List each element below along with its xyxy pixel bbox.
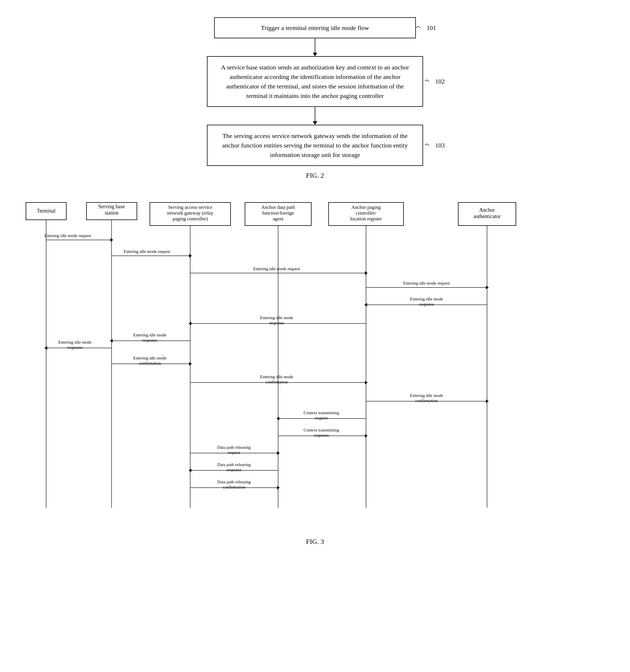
svg-marker-83 xyxy=(277,486,280,489)
svg-text:response: response xyxy=(269,320,284,325)
svg-text:Entering idle mode: Entering idle mode xyxy=(260,375,294,379)
svg-marker-30 xyxy=(189,254,192,258)
svg-text:request: request xyxy=(315,416,328,420)
svg-marker-59 xyxy=(365,381,368,384)
svg-text:response: response xyxy=(314,433,329,437)
svg-text:Entering idle mode: Entering idle mode xyxy=(410,297,443,301)
svg-text:Context transmitting: Context transmitting xyxy=(303,410,339,415)
svg-text:Serving base: Serving base xyxy=(98,203,125,209)
svg-text:paging controller): paging controller) xyxy=(172,216,208,221)
svg-text:Entering idle mode: Entering idle mode xyxy=(260,315,294,320)
arrow-1 xyxy=(313,38,317,56)
svg-text:network gateway (relay: network gateway (relay xyxy=(167,210,214,216)
label-101: 101 xyxy=(415,24,436,32)
flow-box-102-text: A service base station sends an authoriz… xyxy=(221,64,409,99)
curve-102 xyxy=(424,78,435,85)
flow-row-101: Trigger a terminal entering idle mode fl… xyxy=(17,17,613,38)
svg-text:Entering idle mode request: Entering idle mode request xyxy=(253,266,300,271)
svg-text:authenticator: authenticator xyxy=(473,213,500,219)
svg-marker-47 xyxy=(110,339,113,342)
svg-text:location register: location register xyxy=(350,216,382,221)
flow-box-101-text: Trigger a terminal entering idle mode fl… xyxy=(261,24,369,31)
fig2-section: Trigger a terminal entering idle mode fl… xyxy=(17,17,613,191)
svg-text:Entering idle mode: Entering idle mode xyxy=(59,340,92,344)
svg-text:confirmation: confirmation xyxy=(139,361,161,365)
svg-marker-51 xyxy=(44,346,47,350)
svg-text:Entering idle mode request: Entering idle mode request xyxy=(403,281,450,285)
flow-box-101: Trigger a terminal entering idle mode fl… xyxy=(214,17,416,38)
svg-text:response: response xyxy=(419,302,434,307)
fig3-caption: FIG. 3 xyxy=(17,538,613,546)
svg-text:controller/: controller/ xyxy=(356,210,376,216)
svg-marker-39 xyxy=(364,303,367,307)
svg-text:Entering idle mode: Entering idle mode xyxy=(134,333,167,337)
svg-marker-33 xyxy=(365,271,368,275)
svg-text:confirmation: confirmation xyxy=(223,485,245,489)
svg-marker-75 xyxy=(277,451,280,455)
svg-text:Data path releasing: Data path releasing xyxy=(217,445,251,450)
svg-text:Data path releasing: Data path releasing xyxy=(217,480,251,484)
svg-text:Entering idle mode request: Entering idle mode request xyxy=(44,233,91,238)
flow-box-103: The serving access service network gatew… xyxy=(207,125,423,166)
svg-marker-55 xyxy=(189,362,192,365)
svg-text:Terminal: Terminal xyxy=(37,208,55,214)
svg-text:response: response xyxy=(227,467,242,472)
fig2-caption: FIG. 2 xyxy=(306,172,324,179)
seq-diagram-container: Terminal Serving base station Serving ac… xyxy=(17,200,613,532)
svg-text:Anchor: Anchor xyxy=(479,207,495,213)
svg-text:Context transmitting: Context transmitting xyxy=(303,428,339,432)
svg-text:Entering idle mode request: Entering idle mode request xyxy=(124,249,171,254)
svg-text:confirmation: confirmation xyxy=(265,380,288,384)
arrow-2 xyxy=(313,107,317,125)
svg-text:response: response xyxy=(67,345,83,350)
svg-marker-71 xyxy=(365,434,368,437)
seq-diagram-svg: Terminal Serving base station Serving ac… xyxy=(17,200,613,531)
svg-text:Anchor data path: Anchor data path xyxy=(261,205,295,210)
label-103: 103 xyxy=(424,142,445,149)
flow-row-103: The serving access service network gatew… xyxy=(17,125,613,166)
svg-text:confirmation: confirmation xyxy=(415,398,438,403)
svg-text:Anchor paging: Anchor paging xyxy=(351,205,381,210)
curve-103 xyxy=(424,142,435,149)
svg-marker-36 xyxy=(486,286,489,289)
svg-text:function/foreign: function/foreign xyxy=(262,210,294,216)
svg-marker-67 xyxy=(276,417,279,420)
svg-text:request: request xyxy=(228,450,240,455)
svg-text:Data path releasing: Data path releasing xyxy=(217,462,251,467)
svg-marker-43 xyxy=(188,322,191,325)
flow-box-102: A service base station sends an authoriz… xyxy=(207,56,423,107)
flow-box-103-text: The serving access service network gatew… xyxy=(222,132,408,159)
fig3-section: Terminal Serving base station Serving ac… xyxy=(17,200,613,546)
flowchart: Trigger a terminal entering idle mode fl… xyxy=(17,17,613,166)
svg-marker-63 xyxy=(486,400,489,403)
curve-101 xyxy=(415,24,426,31)
svg-text:Entering idle mode: Entering idle mode xyxy=(134,356,167,360)
label-102: 102 xyxy=(424,78,445,85)
svg-text:Entering idle mode: Entering idle mode xyxy=(410,393,443,398)
svg-text:response: response xyxy=(142,338,158,342)
svg-marker-79 xyxy=(188,469,191,472)
flow-row-102: A service base station sends an authoriz… xyxy=(17,56,613,107)
svg-text:agent: agent xyxy=(273,216,284,221)
svg-text:station: station xyxy=(104,210,118,216)
svg-marker-27 xyxy=(110,238,113,242)
svg-text:Serving access service: Serving access service xyxy=(168,205,212,210)
